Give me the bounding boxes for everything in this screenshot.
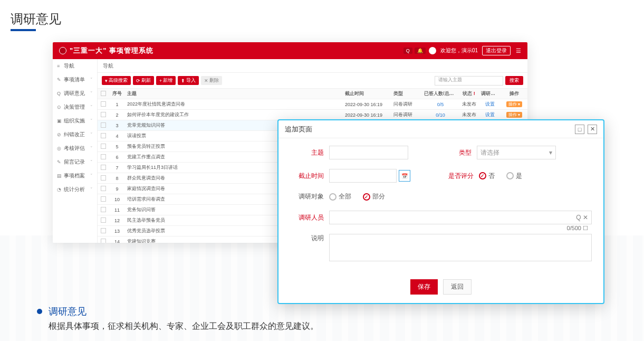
row-checkbox[interactable] xyxy=(101,186,106,191)
row-checkbox[interactable] xyxy=(101,207,106,212)
chevron-down-icon: ˅ xyxy=(90,187,93,192)
topic-input[interactable] xyxy=(329,146,408,159)
col-idx: 序号 xyxy=(109,90,125,97)
cell-idx: 8 xyxy=(109,176,125,181)
cell-op[interactable]: 操作 ▾ xyxy=(501,112,527,118)
import-button[interactable]: ⬆导入 xyxy=(178,76,199,85)
desc-textarea[interactable]: 0/500 ☐ xyxy=(329,234,592,261)
search-icon[interactable]: Q xyxy=(403,48,412,54)
row-checkbox[interactable] xyxy=(101,122,106,128)
slide-title: 调研意见 xyxy=(11,11,61,27)
sidebar-item-7[interactable]: ✎留言记录˅ xyxy=(53,155,97,169)
table-row[interactable]: 2如何评价本年度党的建设工作2022-09-30 16:19问卷调研0/10未发… xyxy=(98,110,527,120)
search-clear-icon[interactable]: Q ✕ xyxy=(576,214,588,221)
cell-idx: 5 xyxy=(109,144,125,149)
lbl-people: 调研人员 xyxy=(290,213,324,222)
sidebar-item-5[interactable]: ⊘纠错改正˅ xyxy=(53,128,97,141)
sidebar-label: 调研意见 xyxy=(64,90,90,97)
close-icon[interactable]: ✕ xyxy=(588,125,597,134)
search-button[interactable]: 搜索 xyxy=(505,76,523,85)
back-button[interactable]: 返回 xyxy=(443,279,472,295)
maximize-icon[interactable]: □ xyxy=(575,125,584,134)
table-row[interactable]: 12022年度社情民意调查问卷2022-09-30 16:19问卷调研0/5未发… xyxy=(98,99,527,110)
target-part[interactable]: 部分 xyxy=(363,192,385,201)
sidebar-label: 导航 xyxy=(64,62,93,70)
scoring-no[interactable]: 否 xyxy=(479,172,495,181)
sidebar: ≡导航✎事项清单˅Q调研意见˅⊙决策管理˅▣组织实施˅⊘纠错改正˅◎考核评估˅✎… xyxy=(53,59,98,243)
row-checkbox[interactable] xyxy=(101,154,106,159)
cell-time: 2022-09-30 16:19 xyxy=(343,102,391,107)
row-checkbox[interactable] xyxy=(101,175,106,181)
sidebar-item-1[interactable]: ✎事项清单˅ xyxy=(53,73,97,87)
refresh-button[interactable]: ⟳刷新 xyxy=(133,76,154,85)
sidebar-icon: ⊘ xyxy=(57,132,62,137)
col-count: 已答人数/总人数 ! xyxy=(422,90,459,97)
row-checkbox[interactable] xyxy=(101,239,106,243)
sidebar-label: 事项清单 xyxy=(64,76,90,83)
row-checkbox[interactable] xyxy=(101,196,106,202)
chevron-down-icon: ˅ xyxy=(90,91,93,96)
cell-type: 问卷调研 xyxy=(391,101,422,108)
row-checkbox[interactable] xyxy=(101,112,106,117)
menu-icon[interactable]: ☰ xyxy=(516,48,521,54)
cell-topic: 如何评价本年度党的建设工作 xyxy=(125,111,343,118)
cell-idx: 10 xyxy=(109,197,125,202)
chevron-down-icon: ˅ xyxy=(90,159,93,165)
row-checkbox[interactable] xyxy=(101,228,106,233)
target-all[interactable]: 全部 xyxy=(329,192,351,201)
calendar-icon[interactable]: 📅 xyxy=(399,170,410,182)
add-modal: 追加页面 □ ✕ 主题 类型 请选择▾ 截止时间 📅 是否评分 否 是 调研对象… xyxy=(277,119,604,304)
logout-button[interactable]: 退出登录 xyxy=(482,46,511,55)
table-header: 序号 主题 截止时间 类型 已答人数/总人数 ! 状态 ! 调研问题 操作 xyxy=(98,89,527,99)
type-select[interactable]: 请选择▾ xyxy=(477,146,556,159)
sidebar-icon: ≡ xyxy=(57,63,62,69)
col-type: 类型 xyxy=(391,90,422,97)
col-op: 操作 xyxy=(501,90,527,97)
sidebar-item-3[interactable]: ⊙决策管理˅ xyxy=(53,100,97,114)
bell-icon[interactable]: 🔔 xyxy=(415,48,426,54)
chevron-down-icon: ▾ xyxy=(549,149,552,156)
app-header: "三重一大" 事项管理系统 Q 🔔 欢迎您，演示01 退出登录 ☰ xyxy=(53,42,527,59)
cell-issue[interactable]: 设置 xyxy=(479,111,501,118)
chevron-down-icon: ˅ xyxy=(90,105,93,110)
cell-op[interactable]: 操作 ▾ xyxy=(501,101,527,107)
row-checkbox[interactable] xyxy=(101,133,106,138)
filter-button[interactable]: ▾高级搜索 xyxy=(102,76,131,85)
deadline-input[interactable] xyxy=(329,169,397,183)
scoring-yes[interactable]: 是 xyxy=(506,172,522,181)
search-input[interactable]: 请输入主题 xyxy=(435,76,503,86)
cell-idx: 3 xyxy=(109,123,125,128)
row-checkbox[interactable] xyxy=(101,217,106,223)
sidebar-label: 纠错改正 xyxy=(64,131,90,138)
sidebar-item-2[interactable]: Q调研意见˅ xyxy=(53,87,97,100)
save-button[interactable]: 保存 xyxy=(410,279,438,295)
row-checkbox[interactable] xyxy=(101,165,106,170)
row-checkbox[interactable] xyxy=(101,144,106,149)
cell-idx: 6 xyxy=(109,155,125,160)
people-input[interactable]: Q ✕ xyxy=(329,211,592,224)
delete-button[interactable]: ✕删除 xyxy=(201,76,222,85)
check-all[interactable] xyxy=(101,91,106,96)
sidebar-icon: Q xyxy=(57,91,62,96)
sidebar-item-6[interactable]: ◎考核评估˅ xyxy=(53,141,97,155)
sidebar-item-8[interactable]: ▤事项档案˅ xyxy=(53,169,97,183)
row-checkbox[interactable] xyxy=(101,101,106,107)
lbl-deadline: 截止时间 xyxy=(290,172,324,181)
add-button[interactable]: +新增 xyxy=(156,76,176,85)
info-icon[interactable]: ! xyxy=(474,91,475,96)
caption-block: 调研意见 根据具体事项，征求相关机构、专家、企业工会及职工群众的意见建议。 xyxy=(37,305,319,332)
sidebar-icon: ◔ xyxy=(57,187,62,192)
cell-issue[interactable]: 设置 xyxy=(479,101,501,108)
chevron-down-icon: ˅ xyxy=(90,146,93,151)
sidebar-icon: ✎ xyxy=(57,77,62,82)
avatar-icon[interactable] xyxy=(429,47,436,54)
title-underline xyxy=(11,29,36,31)
col-topic: 主题 xyxy=(125,90,343,97)
sidebar-item-9[interactable]: ◔统计分析˅ xyxy=(53,183,97,196)
sidebar-label: 留言记录 xyxy=(64,158,90,166)
sidebar-item-4[interactable]: ▣组织实施˅ xyxy=(53,114,97,128)
sidebar-icon: ▤ xyxy=(57,173,62,178)
caption-text: 根据具体事项，征求相关机构、专家、企业工会及职工群众的意见建议。 xyxy=(49,321,319,332)
sidebar-item-0[interactable]: ≡导航 xyxy=(53,59,97,73)
welcome-text: 欢迎您，演示01 xyxy=(440,47,478,54)
